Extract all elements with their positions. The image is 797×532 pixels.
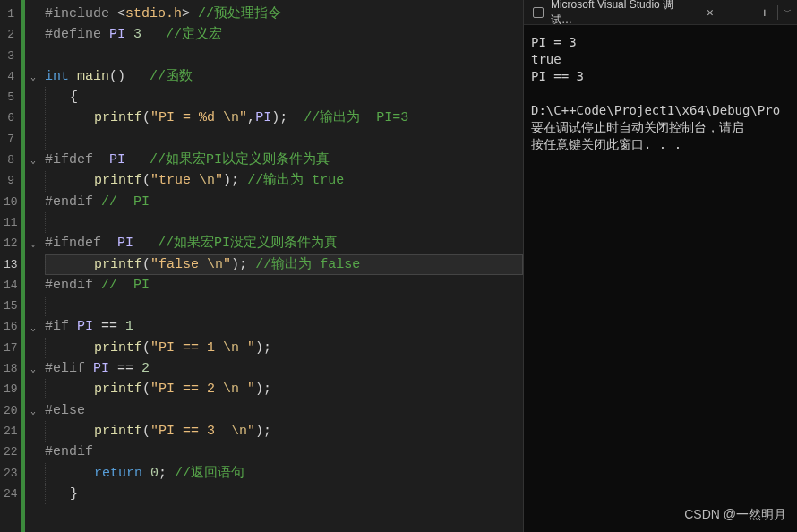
line-number: 17	[4, 338, 14, 358]
line-number: 1	[4, 4, 14, 24]
line-number: 3	[4, 46, 14, 66]
fold-column: ⌄⌄⌄⌄⌄⌄	[25, 0, 41, 532]
line-number: 16	[4, 316, 14, 337]
code-line[interactable]: #else	[45, 400, 523, 421]
line-number: 18	[4, 358, 14, 379]
code-line[interactable]: printf("PI = %d \n",PI); //输出为 PI=3	[45, 107, 523, 128]
line-number: 2	[4, 24, 14, 45]
line-number: 6	[4, 107, 14, 128]
line-number: 9	[4, 170, 14, 191]
line-number: 10	[4, 192, 14, 212]
terminal-pane: Microsoft Visual Studio 调试… ✕ + ﹀ PI = 3…	[524, 0, 797, 532]
terminal-tabbar: Microsoft Visual Studio 调试… ✕ + ﹀	[524, 0, 797, 25]
root: 123456789101112131415161718192021222324 …	[0, 0, 797, 532]
code-line[interactable]: #include <stdio.h> //预处理指令	[45, 4, 523, 24]
code-line[interactable]: printf("PI == 2 \n ");	[45, 379, 523, 399]
line-number: 13	[4, 254, 14, 275]
code-line[interactable]: printf("PI == 1 \n ");	[45, 338, 523, 358]
code-line[interactable]: #ifdef PI //如果宏PI以定义则条件为真	[45, 150, 523, 170]
code-line[interactable]: return 0; //返回语句	[45, 463, 523, 484]
new-tab-button[interactable]: +	[752, 5, 777, 20]
line-number-gutter: 123456789101112131415161718192021222324	[0, 0, 25, 532]
line-number: 19	[4, 379, 14, 399]
tab-close-button[interactable]: ✕	[703, 5, 717, 20]
line-number: 15	[4, 296, 14, 316]
code-area[interactable]: #include <stdio.h> //预处理指令#define PI 3 /…	[41, 0, 523, 532]
code-line[interactable]	[45, 129, 523, 150]
fold-toggle[interactable]: ⌄	[27, 405, 39, 417]
line-number: 21	[4, 421, 14, 442]
line-number: 5	[4, 87, 14, 107]
terminal-icon	[533, 7, 544, 18]
editor-pane: 123456789101112131415161718192021222324 …	[0, 0, 524, 532]
fold-toggle[interactable]: ⌄	[27, 322, 39, 334]
code-line[interactable]: int main() //函数	[45, 66, 523, 87]
code-line[interactable]: printf("false \n"); //输出为 false	[45, 254, 523, 275]
line-number: 22	[4, 442, 14, 462]
terminal-output[interactable]: PI = 3 true PI == 3 D:\C++Code\Project1\…	[524, 25, 797, 532]
code-line[interactable]: #define PI 3 //定义宏	[45, 24, 523, 45]
code-line[interactable]: #endif // PI	[45, 192, 523, 212]
line-number: 14	[4, 275, 14, 296]
terminal-tab-title: Microsoft Visual Studio 调试…	[551, 0, 694, 24]
line-number: 20	[4, 400, 14, 421]
line-number: 24	[4, 484, 14, 504]
fold-toggle[interactable]: ⌄	[27, 71, 39, 83]
code-line[interactable]	[45, 46, 523, 66]
code-line[interactable]: #endif // PI	[45, 275, 523, 296]
code-line[interactable]: #elif PI == 2	[45, 358, 523, 379]
line-number: 23	[4, 463, 14, 484]
line-number: 11	[4, 212, 14, 233]
line-number: 4	[4, 66, 14, 87]
line-number: 12	[4, 233, 14, 253]
line-number: 8	[4, 150, 14, 170]
line-number: 7	[4, 129, 14, 150]
fold-toggle[interactable]: ⌄	[27, 154, 39, 167]
code-line[interactable]: printf("true \n"); //输出为 true	[45, 170, 523, 191]
fold-toggle[interactable]: ⌄	[27, 363, 39, 375]
code-line[interactable]	[45, 296, 523, 316]
code-line[interactable]: {	[45, 87, 523, 107]
terminal-tab[interactable]: Microsoft Visual Studio 调试…	[524, 0, 703, 24]
code-line[interactable]: #ifndef PI //如果宏PI没定义则条件为真	[45, 233, 523, 253]
tab-dropdown-button[interactable]: ﹀	[778, 6, 797, 18]
watermark: CSDN @一然明月	[684, 507, 786, 523]
code-line[interactable]: printf("PI == 3 \n");	[45, 421, 523, 442]
code-line[interactable]: }	[45, 484, 523, 504]
code-line[interactable]	[45, 212, 523, 233]
code-line[interactable]: #if PI == 1	[45, 316, 523, 337]
fold-toggle[interactable]: ⌄	[27, 237, 39, 250]
code-line[interactable]: #endif	[45, 442, 523, 462]
